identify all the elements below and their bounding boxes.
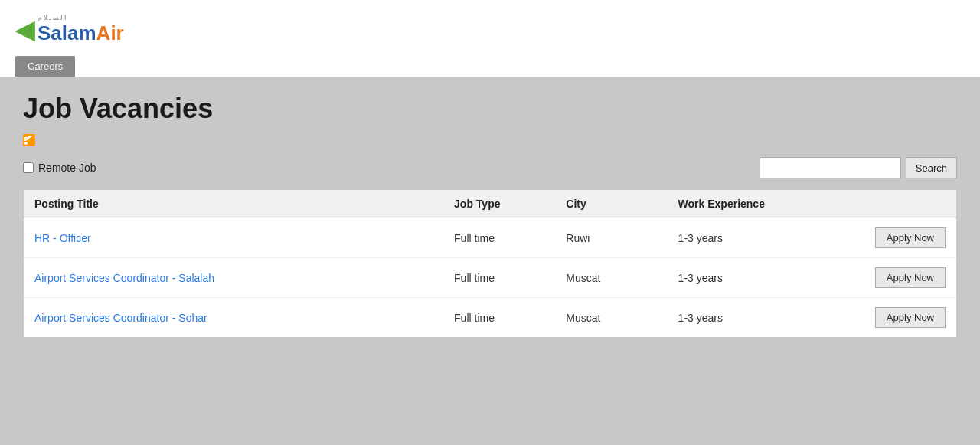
- brand-name: السـلام Salam Air: [38, 14, 124, 45]
- job-title-cell: Airport Services Coordinator - Sohar: [24, 298, 444, 338]
- search-button[interactable]: Search: [906, 157, 957, 178]
- page-title: Job Vacancies: [23, 93, 957, 125]
- svg-point-1: [24, 142, 28, 145]
- job-title-link[interactable]: Airport Services Coordinator - Sohar: [34, 312, 207, 324]
- job-action-cell: Apply Now: [854, 258, 956, 298]
- remote-job-checkbox[interactable]: [23, 162, 34, 173]
- table-row: Airport Services Coordinator - SoharFull…: [24, 298, 957, 338]
- careers-tab[interactable]: Careers: [15, 56, 75, 77]
- remote-job-filter: Remote Job: [23, 162, 96, 174]
- logo-arrow-icon: ◀: [15, 18, 34, 42]
- job-city-cell: Muscat: [555, 258, 667, 298]
- logo-area: ◀ السـلام Salam Air: [15, 8, 965, 51]
- col-header-city: City: [555, 190, 667, 218]
- job-title-cell: Airport Services Coordinator - Salalah: [24, 258, 444, 298]
- job-title-cell: HR - Officer: [24, 218, 444, 258]
- job-experience-cell: 1-3 years: [668, 258, 854, 298]
- rss-icon: [23, 134, 35, 146]
- apply-now-button[interactable]: Apply Now: [875, 227, 946, 248]
- logo-arabic: السـلام: [38, 14, 68, 21]
- table-row: Airport Services Coordinator - SalalahFu…: [24, 258, 957, 298]
- jobs-table: Posting Title Job Type City Work Experie…: [23, 189, 957, 338]
- logo-air: Air: [96, 21, 124, 45]
- col-header-title: Posting Title: [24, 190, 444, 218]
- job-type-cell: Full time: [443, 298, 555, 338]
- logo-text-row: Salam Air: [38, 21, 124, 45]
- job-city-cell: Muscat: [555, 298, 667, 338]
- job-city-cell: Ruwi: [555, 218, 667, 258]
- nav-tabs: Careers: [15, 56, 965, 77]
- remote-job-label: Remote Job: [38, 162, 96, 174]
- col-header-job-type: Job Type: [443, 190, 555, 218]
- search-input[interactable]: [760, 157, 901, 178]
- job-experience-cell: 1-3 years: [668, 298, 854, 338]
- search-area: Search: [760, 157, 957, 178]
- job-type-cell: Full time: [443, 218, 555, 258]
- table-row: HR - OfficerFull timeRuwi1-3 yearsApply …: [24, 218, 957, 258]
- logo: ◀ السـلام Salam Air: [15, 14, 965, 45]
- col-header-action: [854, 190, 956, 218]
- filter-row: Remote Job Search: [23, 157, 957, 178]
- header: ◀ السـلام Salam Air Careers: [0, 0, 980, 77]
- job-type-cell: Full time: [443, 258, 555, 298]
- job-action-cell: Apply Now: [854, 218, 956, 258]
- job-title-link[interactable]: HR - Officer: [34, 232, 91, 244]
- logo-salam: Salam: [38, 21, 96, 45]
- rss-icon-container: [23, 134, 957, 149]
- job-title-link[interactable]: Airport Services Coordinator - Salalah: [34, 272, 214, 284]
- main-content: Job Vacancies Remote Job Search Posting …: [0, 77, 980, 353]
- col-header-experience: Work Experience: [668, 190, 854, 218]
- apply-now-button[interactable]: Apply Now: [875, 307, 946, 328]
- job-experience-cell: 1-3 years: [668, 218, 854, 258]
- apply-now-button[interactable]: Apply Now: [875, 267, 946, 288]
- table-header-row: Posting Title Job Type City Work Experie…: [24, 190, 957, 218]
- job-action-cell: Apply Now: [854, 298, 956, 338]
